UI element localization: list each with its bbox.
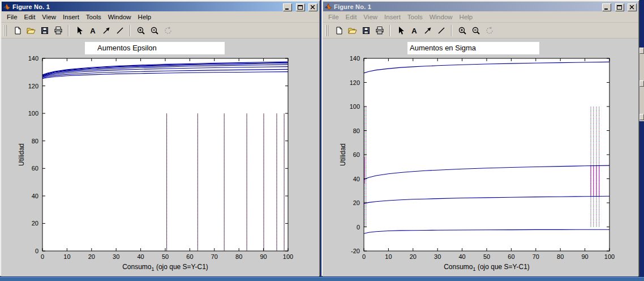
toolbar-grip[interactable] — [325, 25, 328, 36]
desktop: { "colors": { "titlebar_active_start": "… — [0, 0, 644, 281]
svg-text:A: A — [411, 27, 417, 35]
menu-bar: FileEditViewInsertToolsWindowHelp — [1, 12, 319, 23]
x-label-rest: (ojo que S=Y-C1) — [476, 263, 530, 271]
y-tick-label: 140 — [28, 55, 38, 62]
minimize-button[interactable] — [283, 3, 292, 11]
menu-item-tools[interactable]: Tools — [83, 12, 105, 22]
toolbar-separator — [451, 25, 452, 36]
new-document-icon[interactable] — [11, 24, 23, 37]
print-icon[interactable] — [52, 24, 64, 37]
x-tick-label: 50 — [483, 253, 490, 260]
menu-item-insert[interactable]: Insert — [59, 12, 83, 22]
close-button[interactable] — [628, 3, 637, 11]
figure-canvas: 0102030405060708090100-20020406080100120… — [323, 39, 638, 276]
x-label-rest: (ojo que S=Y-C1) — [154, 263, 208, 271]
y-tick-label: 120 — [350, 79, 360, 86]
annotation-arrow-icon[interactable] — [100, 24, 112, 37]
plot-background — [364, 58, 609, 251]
figure-window-right: Figure No. 1 FileEditViewInsertToolsWind… — [321, 0, 639, 276]
x-tick-label: 70 — [211, 253, 218, 260]
titlebar[interactable]: Figure No. 1 — [2, 2, 319, 11]
scroll-thumb[interactable] — [639, 80, 644, 87]
y-tick-label: 20 — [32, 220, 38, 227]
save-icon[interactable] — [38, 24, 50, 37]
menu-item-window[interactable]: Window — [426, 12, 456, 22]
window-controls — [601, 2, 637, 12]
toolbar-grip[interactable] — [4, 25, 7, 36]
y-tick-label: 100 — [350, 103, 360, 110]
x-tick-label: 40 — [137, 253, 144, 260]
window-title: Figure No. 1 — [12, 3, 280, 10]
zoom-in-icon[interactable] — [135, 24, 147, 37]
annotation-arrow-icon[interactable] — [422, 24, 433, 37]
x-tick-label: 80 — [557, 253, 564, 260]
x-tick-label: 10 — [385, 253, 392, 260]
chart-aumentos-epsilon: 0102030405060708090100020406080100120140 — [1, 39, 316, 276]
menu-item-edit[interactable]: Edit — [342, 12, 360, 22]
toolbar-separator — [389, 25, 390, 36]
menu-item-insert[interactable]: Insert — [381, 12, 404, 22]
menu-item-tools[interactable]: Tools — [404, 12, 426, 22]
chart-title-box[interactable]: Aumentos en Sigma — [407, 42, 539, 54]
y-tick-label: 0 — [35, 248, 38, 254]
chart-title-box[interactable]: Aumentos Epsilon — [85, 42, 225, 54]
y-tick-label: 60 — [353, 151, 360, 158]
toolbar-separator — [130, 25, 131, 36]
menu-item-file[interactable]: File — [325, 12, 342, 22]
matlab-figure-icon — [324, 3, 332, 10]
x-tick-label: 20 — [410, 253, 417, 260]
figure-toolbar: A — [323, 23, 638, 39]
rotate-3d-icon[interactable] — [483, 24, 495, 37]
x-tick-label: 60 — [186, 253, 193, 260]
y-tick-label: 20 — [353, 199, 360, 206]
background-scrollbar-fragment[interactable] — [639, 48, 644, 121]
x-tick-label: 90 — [581, 253, 588, 260]
menu-item-help[interactable]: Help — [456, 12, 476, 22]
figure-window-left: Figure No. 1 FileEditViewInsertToolsWind… — [0, 0, 320, 276]
zoom-in-icon[interactable] — [456, 24, 468, 37]
y-tick-label: 40 — [32, 193, 38, 199]
maximize-button[interactable] — [615, 3, 624, 11]
line-icon[interactable] — [435, 24, 447, 37]
close-button[interactable] — [308, 3, 317, 11]
y-tick-label: 100 — [28, 110, 38, 117]
window-controls — [282, 2, 317, 12]
save-icon[interactable] — [360, 24, 372, 37]
svg-text:A: A — [90, 27, 96, 35]
print-icon[interactable] — [373, 24, 385, 37]
x-tick-label: 50 — [162, 253, 169, 260]
line-icon[interactable] — [114, 24, 126, 37]
text-label-icon[interactable]: A — [408, 24, 420, 37]
pointer-icon[interactable] — [73, 24, 85, 37]
x-tick-label: 80 — [235, 253, 242, 260]
zoom-out-icon[interactable] — [148, 24, 160, 37]
x-tick-label: 70 — [533, 253, 539, 260]
menu-item-file[interactable]: File — [3, 12, 21, 22]
text-label-icon[interactable]: A — [87, 24, 98, 37]
zoom-out-icon[interactable] — [470, 24, 482, 37]
scroll-up-button[interactable] — [639, 48, 644, 54]
menu-item-window[interactable]: Window — [105, 12, 135, 22]
minimize-button[interactable] — [602, 3, 611, 11]
scroll-down-button[interactable] — [639, 114, 644, 120]
x-tick-label: 30 — [113, 253, 119, 260]
figure-canvas: 0102030405060708090100020406080100120140… — [1, 39, 319, 276]
y-tick-label: 80 — [353, 127, 360, 134]
pointer-icon[interactable] — [394, 24, 406, 37]
menu-item-help[interactable]: Help — [135, 12, 155, 22]
menu-item-view[interactable]: View — [360, 12, 381, 22]
rotate-3d-icon[interactable] — [162, 24, 174, 37]
y-tick-label: 40 — [353, 176, 360, 182]
menu-item-edit[interactable]: Edit — [21, 12, 39, 22]
chart-title: Aumentos Epsilon — [97, 44, 157, 52]
maximize-button[interactable] — [296, 3, 305, 11]
x-axis-label: Consumo1 (ojo que S=Y-C1) — [364, 263, 609, 272]
new-document-icon[interactable] — [333, 24, 345, 37]
open-folder-icon[interactable] — [25, 24, 37, 37]
y-tick-label: 0 — [357, 224, 360, 231]
menu-item-view[interactable]: View — [38, 12, 59, 22]
open-folder-icon[interactable] — [346, 24, 358, 37]
chart-title: Aumentos en Sigma — [410, 44, 476, 52]
titlebar[interactable]: Figure No. 1 — [323, 2, 638, 11]
matlab-figure-icon — [3, 3, 11, 10]
